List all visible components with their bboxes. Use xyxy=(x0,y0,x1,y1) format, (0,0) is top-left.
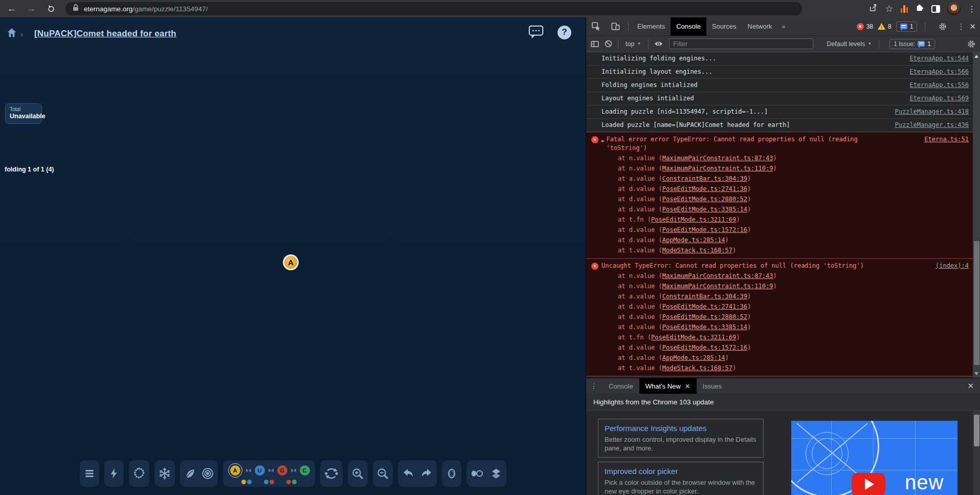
scrollbar-thumb[interactable] xyxy=(974,241,979,365)
menu-button[interactable] xyxy=(80,460,99,487)
stack-file-link[interactable]: PoseEditMode.ts:3211:69 xyxy=(651,334,736,341)
stack-file-link[interactable]: PoseEditMode.ts:1572:16 xyxy=(662,226,747,233)
lock-icon[interactable] xyxy=(73,4,79,13)
rna-base-a[interactable]: A xyxy=(283,254,299,270)
scroll-down-arrow[interactable] xyxy=(974,372,978,375)
undo-redo-button[interactable] xyxy=(398,460,437,487)
error-source-link[interactable]: (index):4 xyxy=(928,262,969,270)
swap-pair-button[interactable] xyxy=(320,460,343,487)
stack-file-link[interactable]: PoseEditMode.ts:3385:14 xyxy=(662,324,747,331)
card-title-link[interactable]: Performance Insights updates xyxy=(605,424,757,433)
reload-button[interactable] xyxy=(43,1,58,16)
stack-file-link[interactable]: ConstraintBar.ts:304:39 xyxy=(662,175,747,182)
stack-file-link[interactable]: ConstraintBar.ts:304:39 xyxy=(662,293,747,300)
stack-file-link[interactable]: ModeStack.ts:168:57 xyxy=(662,364,732,372)
stack-file-link[interactable]: AppMode.ts:285:14 xyxy=(662,354,725,361)
tab-sources[interactable]: Sources xyxy=(706,17,742,36)
devtools-menu-icon[interactable]: ⋮ xyxy=(957,22,965,31)
bookmark-star-icon[interactable]: ☆ xyxy=(885,3,893,14)
tab-elements[interactable]: Elements xyxy=(632,17,671,36)
stack-file-link[interactable]: MaximumPairConstraint.ts:87:43 xyxy=(662,272,773,279)
drawer-close-icon[interactable]: ✕ xyxy=(967,381,980,391)
freeze-button[interactable] xyxy=(154,460,175,487)
stack-file-link[interactable]: ModeStack.ts:168:57 xyxy=(662,247,732,254)
drawer-tab-what-s-new[interactable]: What's New✕ xyxy=(639,378,697,394)
error-count-badge[interactable]: ✕ 38 xyxy=(857,23,873,30)
baseline-button[interactable] xyxy=(442,460,461,487)
eye-icon[interactable] xyxy=(652,37,665,51)
palette-base-g[interactable]: G xyxy=(277,465,287,476)
console-source-link[interactable]: EternaApp.ts:566 xyxy=(901,68,969,76)
console-prompt-row[interactable]: > xyxy=(586,376,980,378)
extensions-puzzle-icon[interactable] xyxy=(915,3,924,14)
stack-file-link[interactable]: PoseEditMode.ts:1572:16 xyxy=(662,344,747,351)
zoom-out-button[interactable] xyxy=(373,460,393,487)
stack-file-link[interactable]: PoseEditMode.ts:2741:36 xyxy=(662,185,747,192)
pair-dot[interactable] xyxy=(264,480,274,484)
tab-console[interactable]: Console xyxy=(671,17,706,36)
inspect-element-icon[interactable] xyxy=(589,20,603,33)
warning-count-badge[interactable]: ! 8 xyxy=(878,23,892,30)
console-source-link[interactable]: EternaApp.ts:544 xyxy=(901,54,969,63)
stack-file-link[interactable]: PoseEditMode.ts:3211:69 xyxy=(651,216,736,223)
drawer-tab-console[interactable]: Console xyxy=(603,378,639,394)
puzzle-title-link[interactable]: [NuPACK]Comet headed for earth xyxy=(34,29,176,39)
stack-file-link[interactable]: MaximumPairConstraint.ts:110:9 xyxy=(662,165,773,172)
more-tabs-icon[interactable]: » xyxy=(777,23,789,30)
stack-file-link[interactable]: MaximumPairConstraint.ts:110:9 xyxy=(662,283,773,290)
stack-file-link[interactable]: PoseEditMode.ts:2880:52 xyxy=(662,196,747,203)
palette-base-u[interactable]: U xyxy=(255,465,265,476)
drawer-tab-issues[interactable]: Issues xyxy=(697,378,728,394)
home-icon[interactable] xyxy=(6,27,17,40)
natural-target-mode-button[interactable] xyxy=(180,460,218,487)
chat-icon[interactable] xyxy=(528,25,544,40)
pair-bowtie-icon[interactable] xyxy=(246,468,251,472)
log-levels-selector[interactable]: Default levels ▼ xyxy=(822,40,876,48)
youtube-play-icon[interactable] xyxy=(852,473,885,495)
browser-menu-icon[interactable]: ⋮ xyxy=(968,4,976,14)
zoom-in-button[interactable] xyxy=(348,460,368,487)
console-scrollbar[interactable] xyxy=(973,52,980,378)
tab-network[interactable]: Network xyxy=(742,17,778,36)
pair-bowtie-icon[interactable] xyxy=(269,468,274,472)
context-selector[interactable]: top ▼ xyxy=(621,40,645,48)
pair-dot[interactable] xyxy=(286,480,297,484)
palette-button[interactable]: AUGC xyxy=(223,460,315,487)
messages-badge[interactable]: 1 xyxy=(896,21,918,32)
profile-avatar[interactable] xyxy=(947,2,961,15)
console-filter-input[interactable] xyxy=(669,38,813,49)
pair-bowtie-icon[interactable] xyxy=(291,468,296,472)
devtools-close-icon[interactable]: ✕ xyxy=(969,22,976,31)
extension-bars-icon[interactable] xyxy=(901,5,908,13)
share-icon[interactable] xyxy=(868,3,878,14)
console-sidebar-icon[interactable] xyxy=(588,37,602,51)
palette-base-a[interactable]: A xyxy=(230,465,240,476)
console-source-link[interactable]: PuzzleManager.ts:436 xyxy=(887,121,969,130)
stack-file-link[interactable]: AppMode.ts:285:14 xyxy=(662,236,725,244)
error-source-link[interactable]: Eterna.ts:51 xyxy=(917,135,969,144)
device-toolbar-icon[interactable] xyxy=(609,20,622,33)
drawer-menu-icon[interactable]: ⋮ xyxy=(586,382,603,390)
console-settings-gear-icon[interactable] xyxy=(965,37,978,51)
boost-button[interactable] xyxy=(104,460,124,487)
settings-gear-icon[interactable] xyxy=(936,20,949,33)
help-icon[interactable]: ? xyxy=(558,26,571,39)
tab-close-icon[interactable]: ✕ xyxy=(685,382,691,390)
back-button[interactable]: ← xyxy=(4,1,19,16)
side-panel-icon[interactable] xyxy=(931,5,940,13)
issues-counter[interactable]: 1 Issue: 1 xyxy=(889,39,935,49)
stack-file-link[interactable]: PoseEditMode.ts:3385:14 xyxy=(662,206,747,213)
stack-file-link[interactable]: PoseEditMode.ts:2880:52 xyxy=(662,313,747,320)
palette-base-c[interactable]: C xyxy=(300,465,310,476)
stack-file-link[interactable]: MaximumPairConstraint.ts:87:43 xyxy=(662,155,773,162)
structure-button[interactable] xyxy=(129,460,149,487)
stack-file-link[interactable]: PoseEditMode.ts:2741:36 xyxy=(662,303,747,310)
whats-new-video-thumbnail[interactable]: new xyxy=(791,421,957,495)
drawer-scrollbar-thumb[interactable] xyxy=(974,415,979,446)
console-source-link[interactable]: PuzzleManager.ts:418 xyxy=(887,107,969,116)
card-title-link[interactable]: Improved color picker xyxy=(605,467,757,476)
view-options-button[interactable] xyxy=(466,460,506,487)
forward-button[interactable]: → xyxy=(24,1,39,16)
clear-console-icon[interactable] xyxy=(602,37,615,51)
drawer-scrollbar[interactable] xyxy=(973,411,980,495)
